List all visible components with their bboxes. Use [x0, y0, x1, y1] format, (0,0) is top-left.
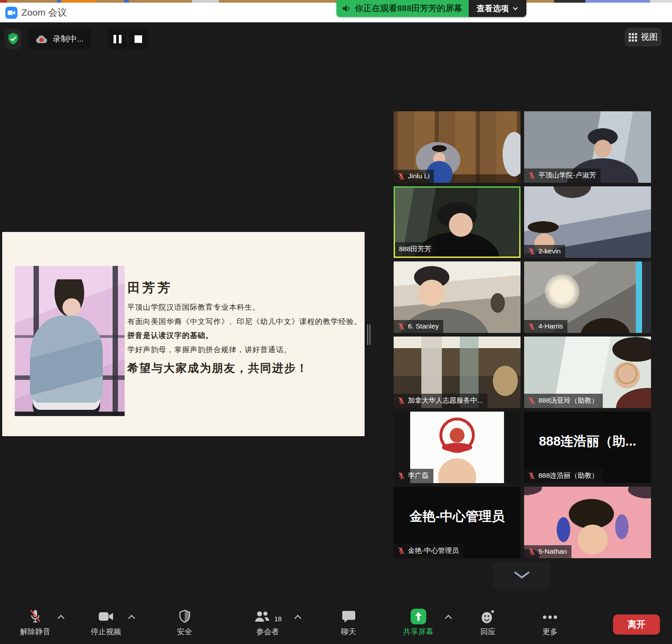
participant-name: 888连浩丽（助教） [538, 471, 598, 480]
meeting-toolbar: 离开 解除静音 停止视频 安全 18 参会者 聊天 共享屏幕 回应 更多 [0, 604, 672, 644]
more-icon [542, 613, 558, 621]
shield-icon [179, 610, 191, 625]
participant-name-tag: 888田芳芳 [395, 242, 436, 257]
meeting-info-shield-button[interactable] [4, 29, 21, 49]
participant-name-tag: 6. Stanley [394, 320, 443, 333]
mic-muted-icon [528, 323, 535, 330]
participant-name: 888田芳芳 [399, 244, 431, 254]
toolbar-item-share[interactable]: 共享屏幕 [385, 604, 452, 644]
gallery-grid-icon [629, 33, 637, 42]
mic-muted-icon [398, 397, 405, 404]
participant-tile[interactable]: 李广磊 [394, 412, 521, 483]
toolbar-item-label: 安全 [177, 627, 192, 637]
participant-name: 888汤亚玲（助教） [538, 396, 598, 405]
toolbar-item-label: 共享屏幕 [403, 627, 433, 637]
participant-tile[interactable]: 888田芳芳 [394, 186, 521, 258]
toolbar-item-chat[interactable]: 聊天 [324, 604, 373, 644]
chevron-up-icon[interactable] [128, 615, 135, 622]
participant-tile[interactable]: 888汤亚玲（助教） [524, 337, 651, 408]
mic-muted-icon [528, 248, 535, 255]
participant-tile[interactable]: 金艳-中心管理员 金艳-中心管理员 [394, 487, 521, 558]
mic-muted-icon [398, 323, 405, 330]
view-options-button[interactable]: 查看选项 [469, 0, 526, 17]
participant-tile[interactable]: 5-Nathan [524, 487, 651, 558]
reaction-icon [480, 609, 496, 626]
participant-name: 李广磊 [408, 471, 429, 480]
toolbar-item-label: 回应 [480, 627, 496, 637]
participant-name-tag: 加拿大华人志愿服务中... [394, 394, 487, 408]
slide-body-text: 平顶山学院汉语国际教育专业本科生。 有面向美国华裔《中文写作》、印尼《幼儿中文》… [127, 300, 362, 357]
slide-highlight-text: 希望与大家成为朋友，共同进步！ [127, 361, 308, 375]
mic-muted-icon [398, 547, 405, 555]
participant-tile[interactable]: 2-kevin [524, 186, 651, 258]
panel-resize-handle[interactable] [367, 324, 371, 345]
participant-name: 加拿大华人志愿服务中... [408, 396, 483, 405]
participant-name-tag: 4-Harris [524, 320, 567, 333]
participant-tile[interactable]: 6. Stanley [394, 261, 521, 333]
participant-name-tag: 金艳-中心管理员 [394, 544, 463, 558]
security-shield-icon [8, 32, 19, 46]
chat-icon [342, 610, 356, 625]
toolbar-item-label: 聊天 [341, 627, 356, 637]
slide-line: 有面向美国华裔《中文写作》、印尼《幼儿中文》课程的教学经验。 [127, 315, 362, 329]
toolbar-item-label: 更多 [542, 627, 558, 637]
toolbar-item-label: 停止视频 [91, 627, 121, 637]
participant-center-name: 金艳-中心管理员 [394, 508, 521, 526]
people-icon [254, 610, 271, 624]
mic-muted-icon [528, 172, 535, 179]
share-icon [411, 609, 426, 626]
toolbar-item-label: 参会者 [256, 627, 279, 637]
participant-name: 金艳-中心管理员 [408, 546, 459, 556]
more-participants-button[interactable] [493, 562, 551, 589]
cloud-recording-icon [35, 34, 49, 44]
recording-indicator: 录制中... [29, 29, 91, 49]
stop-icon [134, 35, 142, 43]
participants-grid: Jinlu Li 平顶山学院-卢淑芳 888田芳芳 2-kevin 6. Sta [394, 111, 651, 558]
window-title: Zoom 会议 [21, 6, 67, 19]
participant-name-tag: 5-Nathan [524, 545, 571, 558]
recording-label: 录制中... [53, 34, 84, 44]
slide-line: 学好声韵母，掌握声韵拼合规律，讲好普通话。 [127, 343, 362, 357]
mic-muted-icon [398, 173, 405, 180]
stop-recording-button[interactable] [128, 29, 147, 49]
participant-tile[interactable]: 4-Harris [524, 261, 651, 333]
participant-name-tag: 平顶山学院-卢淑芳 [524, 168, 601, 183]
participant-name: Jinlu Li [408, 172, 429, 180]
mic-muted-icon [528, 397, 535, 404]
toolbar-item-mic-muted[interactable]: 解除静音 [6, 604, 64, 644]
participant-tile[interactable]: 加拿大华人志愿服务中... [394, 337, 521, 408]
participant-tile[interactable]: 888连浩丽（助... 888连浩丽（助教） [524, 412, 651, 483]
participant-name: 2-kevin [538, 247, 561, 255]
participant-name: 4-Harris [538, 322, 563, 330]
watching-indicator: 你正在观看888田芳芳的屏幕 [336, 0, 469, 17]
chevron-up-icon[interactable] [58, 615, 65, 622]
chevron-down-icon [512, 7, 518, 11]
screen-share-banner: 你正在观看888田芳芳的屏幕 查看选项 [336, 0, 526, 17]
window-titlebar: Zoom 会议 [0, 3, 672, 22]
participant-name-tag: 2-kevin [524, 245, 565, 258]
participant-tile[interactable]: Jinlu Li [394, 111, 521, 183]
chevron-down-icon [513, 571, 530, 579]
participant-name: 平顶山学院-卢淑芳 [538, 171, 596, 180]
participant-name-tag: 888连浩丽（助教） [524, 469, 603, 483]
chevron-up-icon[interactable] [294, 615, 302, 622]
participant-name: 5-Nathan [538, 547, 567, 556]
pause-recording-button[interactable] [107, 29, 127, 49]
toolbar-item-label: 解除静音 [20, 627, 50, 637]
slide-title: 田芳芳 [127, 279, 173, 296]
participant-name-tag: 李广磊 [394, 469, 433, 483]
watching-text: 你正在观看888田芳芳的屏幕 [355, 3, 462, 14]
chevron-up-icon[interactable] [445, 615, 452, 622]
toolbar-item-camera[interactable]: 停止视频 [77, 604, 135, 644]
toolbar-item-people[interactable]: 18 参会者 [234, 604, 301, 644]
view-button[interactable]: 视图 [625, 28, 662, 46]
mic-muted-icon [528, 548, 535, 556]
mic-muted-icon [528, 472, 535, 480]
camera-icon [98, 611, 114, 624]
participant-name: 6. Stanley [408, 322, 439, 330]
leave-meeting-button[interactable]: 离开 [613, 615, 660, 635]
toolbar-item-shield[interactable]: 安全 [160, 604, 209, 644]
toolbar-item-more[interactable]: 更多 [525, 604, 575, 644]
toolbar-item-reaction[interactable]: 回应 [463, 604, 512, 644]
participant-tile[interactable]: 平顶山学院-卢淑芳 [524, 111, 651, 183]
